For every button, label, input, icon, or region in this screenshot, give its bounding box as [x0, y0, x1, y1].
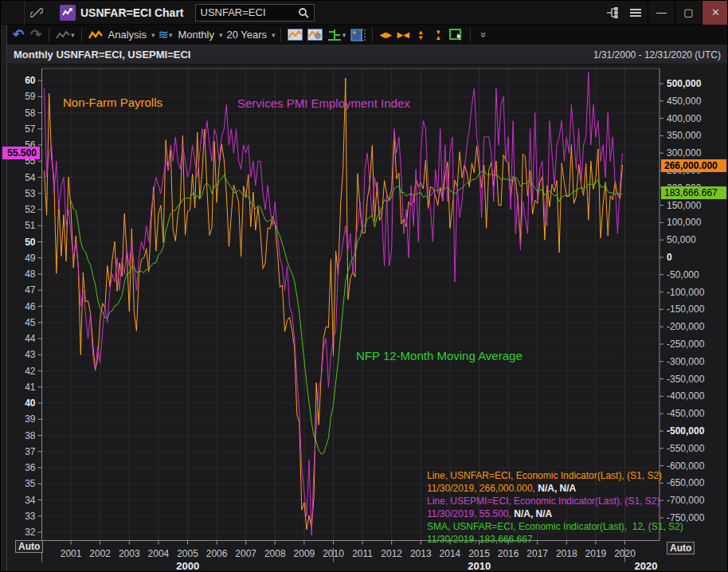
svg-text:41: 41 [25, 382, 36, 393]
annotation-pmi: Services PMI Employment Index [237, 96, 410, 110]
chart-date-range: 1/31/2000 - 12/31/2020 (UTC) [593, 49, 721, 61]
price-tag-sma-last: 183,666.667 [661, 186, 726, 199]
svg-text:45: 45 [25, 317, 36, 328]
quote-levels-icon[interactable]: ▾ [326, 26, 348, 44]
mini-chart-icon[interactable] [286, 26, 304, 44]
compress-vertical-icon[interactable]: ▼▲ [430, 26, 446, 44]
layout-tree-icon[interactable] [600, 2, 624, 23]
svg-text:2017: 2017 [526, 548, 548, 559]
right-axis[interactable]: 500,000450,000400,000350,000300,000250,0… [660, 78, 705, 523]
svg-text:-500,000: -500,000 [667, 425, 705, 437]
expand-horizontal-icon[interactable]: ◀▶ [378, 26, 393, 44]
svg-text:2006: 2006 [206, 548, 228, 559]
svg-text:50,000: 50,000 [667, 234, 696, 245]
svg-text:33: 33 [25, 511, 36, 522]
svg-text:32: 32 [25, 527, 36, 538]
svg-text:49: 49 [25, 253, 36, 264]
symbol-search-box [195, 4, 315, 22]
svg-text:2008: 2008 [264, 548, 286, 559]
svg-text:58: 58 [25, 108, 36, 119]
svg-text:2014: 2014 [440, 548, 461, 559]
range-menu[interactable]: 20 Years [224, 29, 269, 41]
chart-title: Monthly USNFAR=ECI, USEPMI=ECI [14, 49, 190, 61]
svg-text:0: 0 [667, 252, 672, 263]
more-tools-icon[interactable]: » [476, 26, 491, 44]
selection-mode-icon[interactable] [448, 26, 465, 44]
svg-text:34: 34 [25, 495, 36, 506]
svg-text:2010: 2010 [468, 560, 491, 572]
left-axis-auto-button[interactable]: Auto [15, 540, 43, 553]
analysis-icon[interactable] [87, 26, 104, 44]
chart-pan-icon[interactable] [306, 26, 324, 44]
legend-line: 11/30/2019, 266,000.000, N/A, N/A [427, 482, 683, 495]
app-window: USNFAR=ECI Chart — ▢ ✕ ↶ ↷ ▾ Analysis ▾ [0, 0, 728, 572]
svg-text:37: 37 [25, 446, 36, 457]
compress-horizontal-icon[interactable]: ▶◀ [395, 26, 411, 44]
legend-line: 11/30/2019, 55.500, N/A, N/A [427, 507, 683, 520]
svg-text:150,000: 150,000 [667, 200, 702, 211]
chart-header: Monthly USNFAR=ECI, USEPMI=ECI 1/31/2000… [7, 45, 728, 65]
chart-region: 3233343536373839404142434445464748495051… [1, 65, 728, 572]
svg-text:52: 52 [25, 204, 36, 215]
interval-dropdown-icon[interactable]: ▾ [219, 31, 223, 39]
svg-text:2004: 2004 [148, 548, 170, 559]
minimize-button[interactable]: — [648, 1, 675, 25]
svg-text:-200,000: -200,000 [667, 321, 705, 332]
svg-text:-50,000: -50,000 [667, 269, 699, 280]
svg-text:-350,000: -350,000 [667, 374, 705, 385]
waves-overlay-icon[interactable]: ≋▾ [156, 26, 174, 44]
close-button[interactable]: ✕ [702, 1, 728, 25]
svg-text:60: 60 [25, 75, 36, 86]
interval-menu[interactable]: Monthly [175, 29, 217, 41]
svg-text:2005: 2005 [177, 548, 198, 559]
legend-line: Line, USEPMI=ECI, Economic Indicator(Las… [427, 495, 683, 507]
svg-text:40: 40 [25, 398, 36, 409]
legend-line: 11/30/2019, 183,666.667 [427, 533, 683, 546]
analysis-menu[interactable]: Analysis [106, 29, 149, 41]
svg-text:2019: 2019 [585, 548, 607, 559]
titlebar-grip [1, 1, 25, 25]
svg-text:59: 59 [25, 91, 36, 102]
add-subchart-icon[interactable] [349, 26, 367, 44]
svg-text:51: 51 [25, 220, 36, 231]
symbol-search-input[interactable] [201, 6, 298, 18]
chart-type-icon[interactable]: ▾ [54, 26, 76, 44]
svg-text:2015: 2015 [468, 548, 490, 559]
annotation-nfp: Non-Farm Payrolls [63, 96, 162, 109]
series-legend: Line, USNFAR=ECI, Economic Indicator(Las… [427, 469, 683, 546]
expand-vertical-icon[interactable]: ▲▼ [413, 26, 429, 44]
svg-text:39: 39 [25, 413, 36, 425]
left-axis[interactable]: 3233343536373839404142434445464748495051… [25, 75, 41, 538]
range-dropdown-icon[interactable]: ▾ [272, 31, 276, 39]
svg-text:400,000: 400,000 [667, 113, 702, 124]
svg-text:2007: 2007 [235, 548, 256, 559]
svg-text:36: 36 [25, 462, 36, 473]
svg-text:450,000: 450,000 [667, 96, 702, 107]
undo-icon[interactable]: ↶ [10, 26, 26, 44]
svg-text:35: 35 [25, 478, 36, 489]
svg-text:2009: 2009 [294, 548, 315, 559]
svg-text:57: 57 [25, 123, 36, 135]
svg-text:2020: 2020 [635, 560, 658, 572]
svg-text:-100,000: -100,000 [667, 287, 705, 298]
svg-text:-400,000: -400,000 [667, 390, 705, 402]
svg-text:350,000: 350,000 [667, 130, 702, 141]
svg-text:2000: 2000 [176, 560, 199, 572]
titlebar: USNFAR=ECI Chart — ▢ ✕ [1, 1, 728, 25]
menu-hamburger-icon[interactable] [624, 2, 648, 23]
maximize-button[interactable]: ▢ [675, 1, 702, 25]
right-axis-auto-button[interactable]: Auto [667, 542, 695, 554]
svg-text:-550,000: -550,000 [667, 443, 705, 454]
svg-text:44: 44 [25, 333, 36, 344]
analysis-dropdown-icon[interactable]: ▾ [151, 31, 155, 39]
link-channel-icon[interactable] [25, 2, 49, 23]
svg-text:47: 47 [25, 284, 36, 296]
svg-text:53: 53 [25, 188, 36, 199]
svg-text:2018: 2018 [556, 548, 577, 559]
svg-text:100,000: 100,000 [667, 217, 702, 228]
price-tag-nfp-last: 266,000.000 [661, 159, 726, 172]
redo-icon[interactable]: ↷ [28, 26, 44, 44]
svg-text:-150,000: -150,000 [667, 304, 705, 315]
svg-text:300,000: 300,000 [667, 147, 702, 159]
search-icon[interactable] [298, 7, 309, 18]
